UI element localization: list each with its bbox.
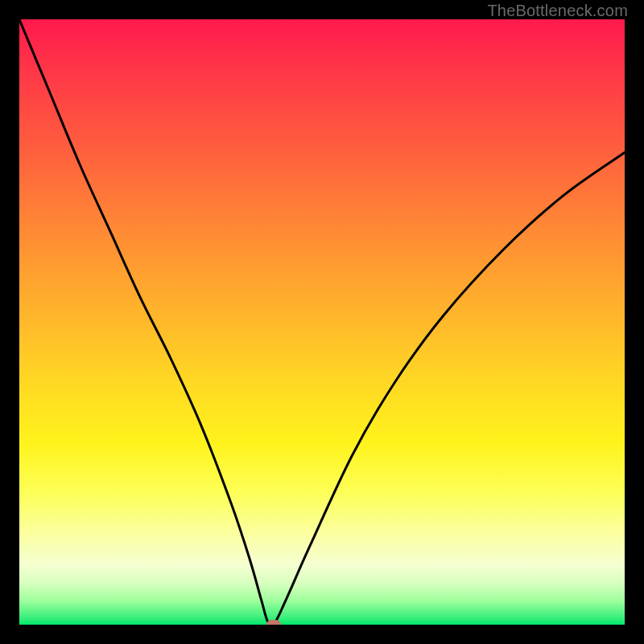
watermark-text: TheBottleneck.com — [487, 2, 628, 20]
curve-svg — [19, 19, 625, 625]
chart-frame: TheBottleneck.com — [0, 0, 644, 644]
bottleneck-curve — [19, 19, 625, 625]
optimal-marker — [266, 620, 281, 625]
plot-area — [19, 19, 625, 625]
